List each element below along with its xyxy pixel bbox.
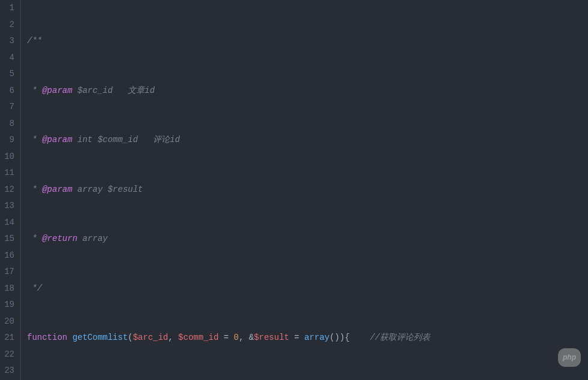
line-number: 13 [0, 198, 20, 215]
variable: $result [254, 333, 289, 342]
line-number: 9 [0, 132, 20, 149]
doctag: @param [42, 185, 72, 194]
docparam: $arc_id 文章id [73, 86, 155, 95]
variable: $arc_id [133, 333, 168, 342]
watermark-badge: php [558, 348, 581, 367]
line-number: 18 [0, 281, 20, 297]
code-editor: 1 2 3 4 5 6 7 8 9 10 11 12 13 14 15 16 1… [0, 0, 588, 380]
code-line: * @param int $comm_id 评论id [27, 132, 588, 149]
line-number: 19 [0, 297, 20, 313]
punct: , & [239, 333, 254, 342]
line-number: 16 [0, 248, 20, 264]
line-number: 10 [0, 149, 20, 165]
line-number: 11 [0, 165, 20, 182]
number: 0 [234, 333, 239, 342]
keyword: function [27, 333, 67, 342]
comment-text: * [27, 185, 42, 194]
line-number: 3 [0, 33, 20, 50]
punct: ()){ [329, 333, 370, 342]
comment-text: //获取评论列表 [370, 333, 430, 342]
code-line: /** [27, 33, 588, 50]
docparam: array $result [73, 185, 143, 194]
operator: = [218, 333, 233, 342]
code-line: function getCommlist($arc_id, $comm_id =… [27, 330, 588, 346]
code-line: * @param $arc_id 文章id [27, 83, 588, 99]
comment-text: * [27, 86, 42, 95]
line-number: 4 [0, 50, 20, 67]
line-number: 20 [0, 313, 20, 330]
doctag: @param [42, 86, 72, 95]
line-number: 15 [0, 231, 20, 248]
line-gutter: 1 2 3 4 5 6 7 8 9 10 11 12 13 14 15 16 1… [0, 0, 21, 380]
watermark-text: php [563, 353, 576, 361]
docparam: int $comm_id 评论id [73, 135, 180, 144]
line-number: 2 [0, 17, 20, 34]
line-number: 14 [0, 215, 20, 231]
line-number: 17 [0, 264, 20, 281]
line-number: 6 [0, 83, 20, 99]
code-line: */ [27, 281, 588, 297]
function-call: array [304, 333, 329, 342]
comment-text: * [27, 135, 42, 144]
comment-text: /** [27, 36, 42, 46]
code-line: * @return array [27, 231, 588, 248]
line-number: 12 [0, 182, 20, 198]
code-content[interactable]: /** * @param $arc_id 文章id * @param int $… [21, 0, 588, 380]
line-number: 21 [0, 330, 20, 346]
doctag: @return [42, 234, 77, 243]
operator: = [289, 333, 304, 342]
line-number: 8 [0, 116, 20, 132]
line-number: 5 [0, 66, 20, 83]
punct: , [168, 333, 178, 342]
comment-text: * [27, 234, 42, 243]
line-number: 23 [0, 363, 20, 379]
variable: $comm_id [178, 333, 218, 342]
line-number: 1 [0, 0, 20, 17]
line-number: 22 [0, 346, 20, 363]
doctag: @param [42, 135, 72, 144]
function-name: getCommlist [73, 333, 128, 342]
comment-text: */ [27, 284, 42, 293]
line-number: 7 [0, 99, 20, 116]
code-line: * @param array $result [27, 182, 588, 198]
docparam: array [77, 234, 107, 243]
